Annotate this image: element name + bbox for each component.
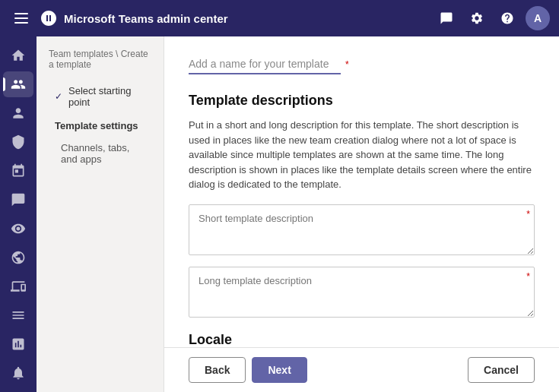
short-description-wrapper: * [189,204,535,258]
settings-icon-button[interactable] [465,6,489,30]
required-star: * [345,59,349,70]
short-desc-required: * [526,209,530,220]
sidebar-item-reports[interactable] [3,331,33,357]
sidebar-item-teams[interactable] [3,71,33,97]
nav-item-template-settings[interactable]: Template settings [43,114,157,138]
hamburger-button[interactable] [9,6,33,30]
descriptions-body: Put in a short and long description for … [189,118,535,192]
sidebar-item-roles[interactable] [3,129,33,155]
svg-rect-1 [14,17,28,19]
check-icon: ✓ [55,91,62,102]
footer: Back Next Cancel [164,347,559,392]
nav-item-label-settings: Template settings [55,120,138,131]
topbar-icons: A [434,6,550,30]
template-name-field: * [189,55,535,74]
descriptions-title: Template descriptions [189,93,535,109]
content-inner: * Template descriptions Put in a short a… [164,36,559,347]
nav-sidebar: Team templates \ Create a template ✓ Sel… [37,36,164,392]
nav-item-label-channels: Channels, tabs, and apps [61,142,129,165]
cancel-button[interactable]: Cancel [468,357,535,383]
topbar: Microsoft Teams admin center A [0,0,559,36]
sidebar-item-users[interactable] [3,100,33,126]
locale-title: Locale [189,332,535,348]
nav-item-select-starting-point[interactable]: ✓ Select starting point [43,79,157,114]
sidebar-item-home[interactable] [3,43,33,68]
sidebar-item-analytics[interactable] [3,302,33,328]
user-avatar[interactable]: A [526,6,550,30]
long-desc-required: * [526,271,530,282]
sidebar-item-messaging[interactable] [3,187,33,213]
sidebar-item-meetings[interactable] [3,158,33,184]
long-description-textarea[interactable] [189,267,535,318]
app-title: Microsoft Teams admin center [64,12,228,25]
svg-rect-0 [14,13,28,14]
nav-item-channels[interactable]: Channels, tabs, and apps [43,138,157,169]
sidebar-item-alerts[interactable] [3,360,33,386]
sidebar-item-globe[interactable] [3,245,33,270]
help-icon-button[interactable] [495,6,519,30]
locale-section: Locale Choose a locale for this template… [189,332,535,348]
long-description-wrapper: * [189,267,535,320]
sidebar-item-devices[interactable] [3,273,33,299]
breadcrumb: Team templates \ Create a template [37,46,164,79]
chat-icon-button[interactable] [434,6,459,30]
svg-rect-2 [14,22,28,24]
app-logo: Microsoft Teams admin center [40,9,434,27]
template-name-input[interactable] [189,55,341,74]
short-description-textarea[interactable] [189,204,535,255]
back-button[interactable]: Back [189,357,246,383]
content-area: * Template descriptions Put in a short a… [164,36,559,347]
main-layout: Team templates \ Create a template ✓ Sel… [0,36,559,392]
descriptions-section: Template descriptions Put in a short and… [189,93,535,320]
next-button[interactable]: Next [252,357,306,383]
nav-item-label-select: Select starting point [68,85,145,108]
icon-sidebar [0,36,37,392]
sidebar-item-monitor[interactable] [3,216,33,242]
